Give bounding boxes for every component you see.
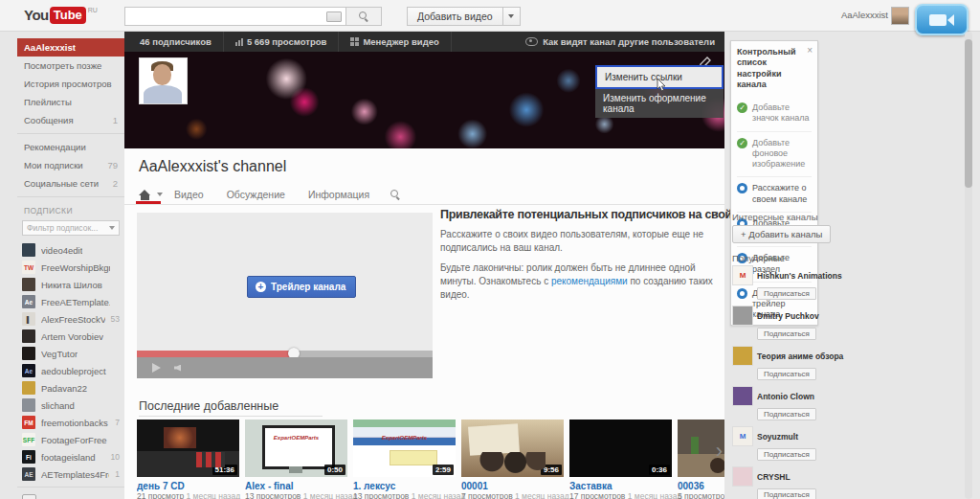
- subscribe-button[interactable]: Подписаться: [757, 328, 816, 340]
- sidebar-menu-item[interactable]: История просмотров: [17, 75, 124, 93]
- sidebar-footer-item[interactable]: ◻ Каталог каналов: [17, 491, 124, 499]
- video-meta: 5 просмотров 1 месяц назад: [678, 491, 724, 499]
- scrollbar-thumb[interactable]: [965, 39, 972, 188]
- checklist-close-icon[interactable]: ×: [807, 45, 813, 56]
- video-card[interactable]: ExpartOEMParts 2:59 1. лексус 13 просмот…: [353, 420, 456, 499]
- sidebar-item-my-channel[interactable]: AaAlexxxist: [17, 38, 124, 57]
- sidebar-menu-item[interactable]: Социальные сети 2: [17, 174, 124, 193]
- subscription-item[interactable]: Ae FreeAETemplate...: [17, 293, 124, 310]
- view-as-public-link[interactable]: Как видят канал другие пользователи: [525, 36, 724, 47]
- page-scrollbar[interactable]: [965, 32, 972, 499]
- popular-channel-name[interactable]: Dmitry Puchkov: [757, 311, 819, 321]
- sidebar-menu-item[interactable]: Сообщения 1: [17, 111, 124, 129]
- subscription-item[interactable]: SFF FootageForFree: [17, 431, 124, 448]
- channel-avatar[interactable]: [732, 346, 753, 366]
- youtube-logo[interactable]: You Tube RU: [24, 7, 98, 24]
- account-name[interactable]: AaAlexxxist: [841, 10, 888, 20]
- subscription-item[interactable]: AE AETemplates4Free 1: [17, 465, 124, 483]
- subscription-item[interactable]: video4edit: [17, 241, 124, 259]
- subscribe-button[interactable]: Подписаться: [757, 287, 816, 300]
- channel-avatar[interactable]: M: [732, 265, 753, 285]
- popular-channel-name[interactable]: Теория аниме обзора: [757, 352, 843, 361]
- menu-item-edit-links[interactable]: Изменить ссылки: [595, 65, 724, 89]
- keyboard-icon[interactable]: [326, 11, 342, 22]
- tab-discussion[interactable]: Обсуждение: [215, 189, 297, 200]
- recommendations-link[interactable]: рекомендациями: [551, 276, 628, 286]
- subscription-item[interactable]: FM freemotionbacks 7: [17, 414, 124, 431]
- popular-channel-name[interactable]: Soyuzmult: [757, 432, 798, 442]
- tab-home-icon[interactable]: [139, 190, 151, 200]
- subscriptions-filter-input[interactable]: Фильтр подписок...: [22, 220, 120, 236]
- subscription-item[interactable]: slichand: [17, 397, 124, 414]
- volume-icon[interactable]: [174, 365, 181, 372]
- channel-thumb-icon: [22, 398, 35, 412]
- channel-avatar[interactable]: [139, 57, 188, 104]
- play-icon[interactable]: [152, 363, 161, 373]
- video-card[interactable]: ExpartOEMParts 0:50 Alex - final 13 прос…: [245, 420, 347, 499]
- search-button[interactable]: [345, 7, 382, 26]
- subscribe-button[interactable]: Подписаться: [757, 448, 816, 461]
- channel-avatar[interactable]: [732, 306, 753, 326]
- video-card[interactable]: 51:36 день 7 CD 21 просмотр 1 месяц наза…: [137, 420, 239, 499]
- video-thumbnail[interactable]: 51:36: [137, 420, 239, 477]
- upload-caret-button[interactable]: [503, 7, 521, 26]
- video-meta: 7 просмотров 1 месяц назад: [461, 491, 564, 499]
- video-title[interactable]: Заставка: [569, 481, 672, 491]
- subscription-item[interactable]: Ae aedoubleproject: [17, 362, 124, 379]
- sidebar-menu-item[interactable]: Мои подписки 79: [17, 156, 124, 174]
- video-thumbnail[interactable]: ExpartOEMParts 2:59: [353, 420, 456, 477]
- webcam-overlay-icon[interactable]: [915, 4, 969, 35]
- add-channels-button[interactable]: + Добавить каналы: [732, 225, 831, 243]
- carousel-next-icon[interactable]: ›: [716, 441, 723, 462]
- subscription-item[interactable]: Никита Шилов: [17, 276, 124, 293]
- chevron-down-icon: [508, 14, 514, 18]
- add-trailer-button[interactable]: + Трейлер канала: [247, 276, 356, 298]
- channel-search-icon[interactable]: [390, 190, 400, 199]
- subscribe-button[interactable]: Подписаться: [757, 368, 816, 380]
- subscription-item[interactable]: Artem Vorobiev: [17, 328, 124, 345]
- popular-channel-name[interactable]: Antonio Clown: [757, 392, 814, 401]
- sidebar-menu-item[interactable]: Посмотреть позже: [17, 57, 124, 75]
- subscription-item[interactable]: ▌ AlexFreeStockVideo 53: [17, 310, 124, 328]
- views-stat[interactable]: 5 669 просмотров: [224, 32, 339, 52]
- subscription-item[interactable]: Padavan22: [17, 379, 124, 397]
- checklist-item[interactable]: Расскажите о своем канале: [737, 176, 812, 205]
- popular-channel-name[interactable]: CRYSHL: [757, 472, 791, 482]
- checklist-item[interactable]: Добавьте значок канала: [737, 97, 812, 125]
- video-title[interactable]: Alex - final: [245, 481, 347, 491]
- video-title[interactable]: день 7 CD: [137, 481, 239, 491]
- video-card[interactable]: 0:36 Заставка 17 просмотров 1 месяц наза…: [569, 420, 672, 499]
- video-title[interactable]: 00036: [678, 481, 724, 491]
- search-input[interactable]: [124, 7, 345, 26]
- subscription-item[interactable]: VegTutor: [17, 345, 124, 362]
- video-thumbnail[interactable]: ExpartOEMParts 0:50: [245, 420, 347, 477]
- popular-channel-name[interactable]: Hishkun's Animations: [757, 271, 842, 281]
- player-progress-bar[interactable]: [137, 351, 433, 357]
- channel-avatar[interactable]: [732, 386, 753, 406]
- channel-avatar[interactable]: М: [732, 426, 753, 446]
- popular-channel-item: CRYSHL Подписаться: [732, 466, 824, 499]
- subscription-item[interactable]: Fi footageisland 10: [17, 448, 124, 465]
- logo-you: You: [24, 7, 49, 23]
- video-thumbnail[interactable]: 0:36: [569, 420, 672, 477]
- menu-item-edit-design[interactable]: Изменить оформление канала: [595, 89, 724, 118]
- subscribers-stat[interactable]: 46 подписчиков: [124, 32, 224, 52]
- tab-videos[interactable]: Видео: [163, 189, 215, 200]
- sidebar-menu-item[interactable]: Рекомендации: [17, 138, 124, 156]
- upload-button[interactable]: Добавить видео: [407, 7, 503, 26]
- checklist-item[interactable]: Добавьте фоновое изображение: [737, 131, 812, 170]
- subscribe-button[interactable]: Подписаться: [757, 408, 816, 420]
- tab-about[interactable]: Информация: [297, 189, 381, 200]
- video-title[interactable]: 1. лексус: [353, 481, 456, 491]
- sidebar-menu-item[interactable]: Плейлисты: [17, 93, 124, 111]
- channel-avatar[interactable]: [732, 466, 753, 487]
- video-title[interactable]: 00001: [461, 481, 564, 491]
- promo-block: Привлекайте потенциальных подписчиков на…: [440, 208, 716, 302]
- subscription-item[interactable]: TW FreeWorshipBkgr...: [17, 259, 124, 276]
- popular-channel-item: M Hishkun's Animations Подписаться: [732, 265, 824, 300]
- video-thumbnail[interactable]: 9:56: [461, 420, 564, 477]
- video-manager-link[interactable]: Менеджер видео: [339, 32, 451, 52]
- account-avatar[interactable]: [891, 7, 909, 25]
- video-card[interactable]: 9:56 00001 7 просмотров 1 месяц назад: [461, 420, 564, 499]
- subscribe-button[interactable]: Подписаться: [757, 488, 816, 499]
